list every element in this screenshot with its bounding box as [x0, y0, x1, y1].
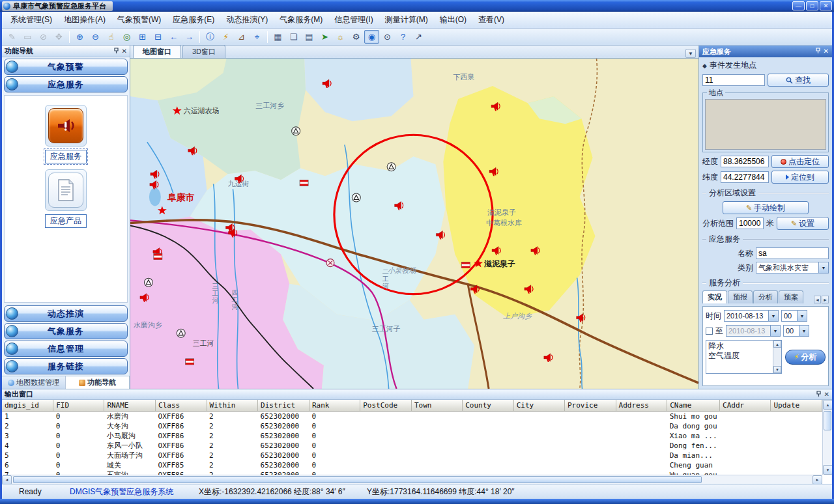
menu-item[interactable]: 系统管理(S) — [5, 12, 58, 28]
sidebar-tab-0[interactable]: 地图数据管理 — [2, 376, 66, 389]
event-location-input[interactable] — [702, 74, 765, 86]
output-horizontal-scrollbar[interactable]: ◄ ► — [2, 475, 822, 484]
back-extent-icon[interactable]: ← — [166, 30, 181, 44]
tab-scroll-right-icon[interactable]: ► — [822, 296, 829, 303]
pin-icon[interactable] — [113, 48, 119, 55]
output-row[interactable]: 50大面场子沟OXFF8626523020000Da mian... — [2, 451, 822, 460]
map-marker-flag-icon[interactable] — [461, 262, 470, 268]
service-tab-0[interactable]: 实况 — [702, 290, 727, 303]
output-row[interactable]: 20大冬沟OXFF8626523020000Da dong gou — [2, 421, 822, 431]
combo-arrow-icon[interactable]: ▼ — [768, 311, 778, 321]
map-tab-1[interactable]: 3D窗口 — [182, 45, 225, 58]
output-column-header[interactable]: PostCode — [360, 400, 412, 411]
menu-item[interactable]: 气象预警(W) — [111, 12, 167, 28]
minimize-button[interactable]: — — [792, 1, 805, 10]
scroll-up-icon[interactable]: ▲ — [823, 400, 832, 410]
map-marker-circle-a-icon[interactable] — [292, 127, 300, 135]
pointer-icon[interactable]: ➤ — [317, 30, 332, 44]
sidebar-button-bottom-0[interactable]: 动态推演 — [4, 305, 128, 322]
output-row[interactable]: 70五宫沟OXFF8626523020000Wu guan gou — [2, 470, 822, 475]
help-icon[interactable]: ? — [395, 30, 410, 44]
zoom-in-icon[interactable]: ⊕ — [72, 30, 87, 44]
latitude-input[interactable] — [721, 171, 769, 183]
menu-item[interactable]: 应急服务(E) — [167, 12, 220, 28]
map-marker-flag-icon[interactable] — [186, 359, 194, 365]
hotlink-icon[interactable]: ⚡ — [218, 30, 233, 44]
to-checkbox[interactable] — [706, 328, 713, 335]
identify-icon[interactable]: ⓘ — [203, 30, 218, 44]
close-button[interactable]: ✕ — [820, 1, 832, 10]
add-image-icon[interactable]: ▦ — [270, 30, 285, 44]
scroll-left-icon[interactable]: ◄ — [2, 475, 12, 484]
visibility-icon[interactable]: ⊙ — [380, 30, 395, 44]
map-tab-dropdown-icon[interactable]: ▼ — [685, 49, 696, 58]
menu-item[interactable]: 气象服务(M) — [274, 12, 328, 28]
combo-arrow-icon[interactable]: ▼ — [770, 326, 780, 336]
map-marker-circle-a-icon[interactable] — [144, 278, 152, 287]
output-row[interactable]: 10水磨沟OXFF8626523020000Shui mo gou — [2, 411, 822, 421]
service-tab-3[interactable]: 预案 — [779, 290, 803, 303]
output-column-header[interactable]: CName — [667, 400, 720, 411]
measure-icon[interactable]: ⊿ — [234, 30, 249, 44]
menu-item[interactable]: 信息管理(I) — [328, 12, 379, 28]
service-item-list[interactable]: 降水空气温度 ▲ ▼ — [706, 340, 782, 374]
export-icon[interactable]: ↗ — [411, 30, 426, 44]
map-marker-circle-a-icon[interactable] — [387, 163, 395, 171]
map-marker-flag-icon[interactable] — [154, 254, 162, 260]
to-hour-combo[interactable]: 00 ▼ — [783, 325, 809, 337]
output-column-header[interactable]: CAddr — [720, 400, 771, 411]
map-tab-0[interactable]: 地图窗口 — [133, 45, 181, 58]
fixed-zoom-out-icon[interactable]: ⊟ — [151, 30, 165, 44]
output-row[interactable]: 60城关OXFF8526523020000Cheng guan — [2, 460, 822, 470]
combo-arrow-icon[interactable]: ▼ — [797, 311, 807, 321]
output-column-header[interactable]: Provice — [564, 400, 616, 411]
output-row[interactable]: 30小马厩沟OXFF8626523020000Xiao ma ... — [2, 431, 822, 441]
output-vertical-scrollbar[interactable]: ▲ ▼ — [822, 400, 832, 475]
to-date-combo[interactable]: 2010-08-13 ▼ — [726, 325, 781, 337]
output-column-header[interactable]: Rank — [309, 400, 360, 411]
sidebar-button-top-1[interactable]: 应急服务 — [4, 76, 128, 92]
map-marker-circle-a-icon[interactable] — [352, 193, 360, 202]
close-icon[interactable]: ✕ — [824, 391, 829, 398]
sidebar-button-bottom-2[interactable]: 信息管理 — [4, 341, 128, 357]
full-extent-icon[interactable]: ◎ — [119, 30, 134, 44]
time-date-combo[interactable]: 2010-08-13 ▼ — [724, 310, 779, 322]
service-tab-2[interactable]: 分析 — [753, 290, 778, 303]
longitude-input[interactable] — [721, 156, 769, 167]
menu-item[interactable]: 输出(O) — [434, 12, 472, 28]
scroll-down-icon[interactable]: ▼ — [773, 366, 781, 373]
xy-locate-icon[interactable]: ⌖ — [250, 30, 265, 44]
close-icon[interactable]: ✕ — [122, 48, 127, 55]
menu-item[interactable]: 地图操作(A) — [58, 12, 111, 28]
time-hour-combo[interactable]: 00 ▼ — [781, 310, 807, 322]
locate-to-button[interactable]: 定位到 — [771, 171, 829, 184]
sidebar-button-bottom-3[interactable]: 服务链接 — [4, 358, 128, 374]
combo-arrow-icon[interactable]: ▼ — [818, 262, 828, 273]
scroll-right-icon[interactable]: ► — [812, 475, 822, 484]
scroll-thumb[interactable] — [824, 411, 831, 430]
output-row[interactable]: 40东风一小队OXFF8626523020000Dong fen... — [2, 441, 822, 451]
print-icon[interactable]: ▤ — [302, 30, 317, 44]
launch-emergency-product[interactable]: 应急产品 — [45, 169, 87, 228]
sidebar-tab-1[interactable]: 功能导航 — [66, 376, 130, 389]
location-list[interactable] — [705, 99, 826, 150]
menu-item[interactable]: 测量计算(M) — [379, 12, 434, 28]
tips-icon[interactable]: ☼ — [333, 30, 348, 44]
pin-icon[interactable] — [815, 48, 821, 55]
sidebar-button-bottom-1[interactable]: 气象服务 — [4, 323, 128, 339]
output-column-header[interactable]: City — [513, 400, 564, 411]
map-svg[interactable]: 六运湖农场三工河乡下西泉阜康市九运街滋泥泉子中葛根水库小泉牧场滋泥泉子上户沟乡水… — [130, 59, 698, 389]
settings-icon[interactable]: ⚙ — [349, 30, 364, 44]
scroll-down-icon[interactable]: ▼ — [823, 465, 832, 475]
set-button[interactable]: ✎ 设置 — [777, 217, 829, 230]
output-column-header[interactable]: Update — [771, 400, 822, 411]
tab-scroll-left-icon[interactable]: ◄ — [814, 296, 821, 303]
list-scrollbar[interactable]: ▲ ▼ — [773, 341, 781, 373]
map-canvas[interactable]: 六运湖农场三工河乡下西泉阜康市九运街滋泥泉子中葛根水库小泉牧场滋泥泉子上户沟乡水… — [130, 59, 698, 389]
restore-button[interactable]: □ — [806, 1, 818, 10]
overview-map-icon[interactable]: ❏ — [286, 30, 301, 44]
click-locate-button[interactable]: 点击定位 — [771, 155, 829, 168]
fixed-zoom-in-icon[interactable]: ⊞ — [135, 30, 150, 44]
map-marker-circle-x-icon[interactable] — [326, 259, 334, 267]
menu-item[interactable]: 动态推演(Y) — [220, 12, 274, 28]
